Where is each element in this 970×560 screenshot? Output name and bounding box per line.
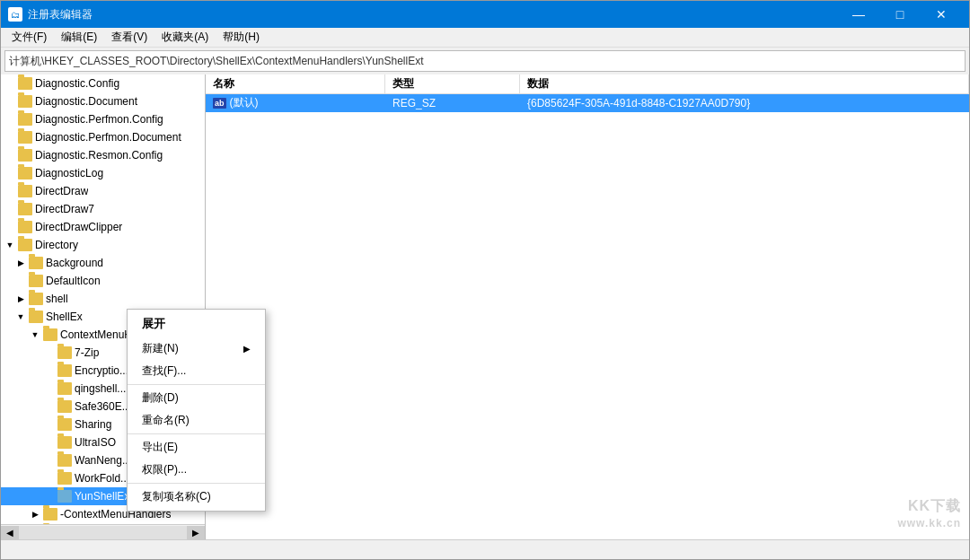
window-title: 注册表编辑器 — [28, 7, 93, 22]
registry-editor-window: 🗂 注册表编辑器 — □ ✕ 文件(F) 编辑(E) 查看(V) 收藏夹(A) … — [0, 0, 970, 560]
scroll-left[interactable]: ◀ — [1, 526, 19, 539]
cell-type: REG_SZ — [385, 94, 520, 111]
watermark-line1: KK下载 — [897, 496, 961, 516]
watermark: KK下载 www.kk.cn — [897, 496, 961, 531]
folder-icon — [18, 167, 32, 179]
tree-item[interactable]: DirectDraw7 — [1, 200, 205, 218]
ctx-item-export[interactable]: 导出(E) — [128, 436, 265, 459]
tree-item[interactable]: Diagnostic.Document — [1, 92, 205, 110]
folder-icon — [18, 221, 32, 233]
watermark-line2: www.kk.cn — [897, 516, 961, 531]
folder-icon — [29, 311, 43, 323]
folder-icon — [29, 275, 43, 287]
tree-item-shell[interactable]: ▶ shell — [1, 290, 205, 308]
tree-item[interactable]: DiagnosticLog — [1, 164, 205, 182]
folder-icon — [57, 364, 72, 377]
expand-arrow[interactable]: ▼ — [30, 329, 40, 340]
expand-arrow[interactable]: ▶ — [30, 509, 40, 520]
col-header-type[interactable]: 类型 — [385, 74, 520, 93]
tree-item-directory[interactable]: ▼ Directory — [1, 236, 205, 254]
ctx-item-new[interactable]: 新建(N) ▶ — [128, 337, 265, 360]
main-content: Diagnostic.Config Diagnostic.Document Di… — [1, 74, 969, 539]
folder-icon — [18, 185, 32, 197]
address-path: 计算机\HKEY_CLASSES_ROOT\Directory\ShellEx\… — [9, 54, 424, 69]
close-button[interactable]: ✕ — [921, 1, 962, 28]
status-bar — [1, 539, 969, 559]
ctx-item-find[interactable]: 查找(F)... — [128, 360, 265, 382]
tree-item[interactable]: Diagnostic.Resmon.Config — [1, 146, 205, 164]
maximize-button[interactable]: □ — [879, 1, 921, 28]
folder-icon — [29, 257, 43, 269]
folder-icon — [57, 436, 72, 449]
cell-name: ab (默认) — [206, 94, 385, 111]
ctx-divider — [128, 384, 265, 385]
right-content: ab (默认) REG_SZ {6D85624F-305A-491d-8848-… — [206, 94, 969, 539]
ctx-item-delete[interactable]: 删除(D) — [128, 387, 265, 409]
right-header: 名称 类型 数据 — [206, 74, 969, 94]
col-header-data[interactable]: 数据 — [520, 74, 969, 93]
folder-icon — [18, 239, 32, 251]
menu-help[interactable]: 帮助(H) — [216, 28, 267, 47]
menu-edit[interactable]: 编辑(E) — [54, 28, 104, 47]
folder-icon — [57, 346, 72, 359]
ab-icon: ab — [213, 98, 226, 109]
ctx-item-expand[interactable]: 展开 — [128, 312, 265, 337]
tree-item[interactable]: Diagnostic.Config — [1, 74, 205, 92]
folder-icon — [57, 400, 72, 413]
tree-item[interactable]: DirectDraw — [1, 182, 205, 200]
tree-item-background[interactable]: ▶ Background — [1, 254, 205, 272]
expand-arrow[interactable]: ▶ — [15, 258, 26, 268]
menu-bar: 文件(F) 编辑(E) 查看(V) 收藏夹(A) 帮助(H) — [1, 28, 969, 48]
ctx-divider — [128, 483, 265, 484]
window-controls: — □ ✕ — [838, 1, 962, 28]
table-row[interactable]: ab (默认) REG_SZ {6D85624F-305A-491d-8848-… — [206, 94, 969, 112]
title-bar-left: 🗂 注册表编辑器 — [8, 7, 93, 22]
scroll-track — [19, 526, 187, 539]
folder-icon — [18, 149, 32, 162]
menu-favorites[interactable]: 收藏夹(A) — [154, 28, 216, 47]
folder-icon — [43, 508, 57, 521]
app-icon: 🗂 — [8, 7, 22, 22]
tree-item[interactable]: Diagnostic.Perfmon.Document — [1, 128, 205, 146]
cell-data: {6D85624F-305A-491d-8848-C1927AA0D790} — [520, 94, 969, 111]
tree-item-defaulticon[interactable]: DefaultIcon — [1, 272, 205, 290]
h-scrollbar[interactable]: ◀ ▶ — [1, 524, 205, 539]
ctx-item-rename[interactable]: 重命名(R) — [128, 409, 265, 432]
ctx-divider — [128, 433, 265, 434]
folder-icon — [18, 77, 32, 90]
folder-icon — [18, 95, 32, 108]
col-header-name[interactable]: 名称 — [206, 74, 385, 93]
scroll-right[interactable]: ▶ — [187, 526, 205, 539]
folder-icon — [57, 472, 72, 485]
expand-arrow[interactable]: ▼ — [15, 311, 26, 322]
address-bar[interactable]: 计算机\HKEY_CLASSES_ROOT\Directory\ShellEx\… — [4, 50, 966, 72]
folder-icon — [57, 454, 72, 467]
right-pane: 名称 类型 数据 ab (默认) REG_SZ {6D85624F-305A-4… — [206, 74, 969, 539]
menu-view[interactable]: 查看(V) — [104, 28, 154, 47]
minimize-button[interactable]: — — [838, 1, 879, 28]
submenu-arrow: ▶ — [243, 344, 251, 354]
ctx-item-copy-name[interactable]: 复制项名称(C) — [128, 486, 265, 508]
folder-icon — [57, 490, 72, 503]
ctx-item-permissions[interactable]: 权限(P)... — [128, 459, 265, 481]
expand-arrow[interactable]: ▶ — [15, 293, 26, 304]
folder-icon — [29, 293, 43, 305]
tree-item[interactable]: Diagnostic.Perfmon.Config — [1, 110, 205, 128]
folder-icon — [18, 203, 32, 215]
folder-icon — [18, 131, 32, 144]
title-bar: 🗂 注册表编辑器 — □ ✕ — [1, 1, 969, 28]
folder-icon — [57, 418, 72, 431]
folder-icon — [43, 328, 57, 341]
folder-icon — [57, 382, 72, 395]
tree-item[interactable]: DirectDrawClipper — [1, 218, 205, 236]
menu-file[interactable]: 文件(F) — [4, 28, 54, 47]
context-menu: 展开 新建(N) ▶ 查找(F)... 删除(D) 重命名(R) 导出(E) 权… — [127, 309, 266, 512]
folder-icon — [18, 113, 32, 126]
expand-arrow[interactable]: ▼ — [4, 240, 15, 250]
